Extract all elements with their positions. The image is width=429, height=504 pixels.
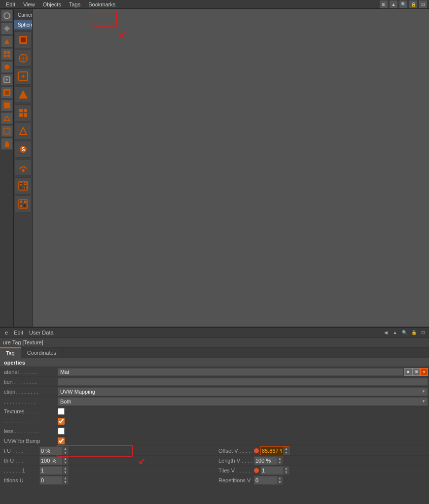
tiles-v-input[interactable]	[261, 467, 283, 474]
bottom-menu-e[interactable]: e	[2, 330, 11, 336]
prop-value-selection	[57, 378, 429, 386]
rep-v-input[interactable]	[254, 476, 277, 484]
selection-input[interactable]	[58, 378, 428, 386]
menu-tags[interactable]: Tags	[65, 1, 84, 7]
tb2-btn-8[interactable]	[15, 159, 32, 176]
offset-u-down[interactable]: ▼	[62, 451, 68, 455]
tb2-btn-3[interactable]	[15, 68, 32, 85]
side-dropdown[interactable]: Both ▼	[58, 397, 428, 406]
projection-dropdown[interactable]: UVW Mapping ▼	[58, 387, 428, 396]
prop-label-tiles: less . . . . . . . .	[0, 428, 57, 434]
tb2-btn-9[interactable]	[15, 177, 32, 194]
textures-checkbox[interactable]	[58, 408, 65, 415]
length-u-input[interactable]	[40, 457, 62, 465]
tb2-btn-2[interactable]	[15, 50, 32, 67]
mat-icon-2[interactable]: ⊞	[412, 368, 420, 376]
rep-v-down[interactable]: ▼	[277, 480, 283, 484]
tb2-btn-1[interactable]	[15, 32, 32, 48]
mat-icon-1[interactable]: ■	[404, 368, 412, 376]
offset-v-input[interactable]	[261, 447, 283, 455]
svg-text:S: S	[21, 147, 25, 152]
menu-bookmarks[interactable]: Bookmarks	[84, 1, 119, 7]
tab-tag[interactable]: Tag	[0, 347, 21, 358]
toolbar-btn-8[interactable]	[1, 100, 13, 111]
length-v-field[interactable]: ▲ ▼	[254, 456, 283, 465]
lock2-icon[interactable]: 🔒	[410, 329, 418, 336]
toolbar-btn-10[interactable]	[1, 125, 13, 137]
length-u-spinner: ▲ ▼	[62, 457, 68, 465]
tiles-u-field[interactable]: ▲ ▼	[39, 466, 69, 475]
search2-icon[interactable]: 🔍	[400, 329, 408, 336]
rep-v-field[interactable]: ▲ ▼	[254, 476, 283, 485]
offset-v-field[interactable]: ▲ ▼	[260, 446, 289, 455]
tiles-u-down[interactable]: ▼	[62, 470, 68, 474]
toolbar-btn-3[interactable]	[1, 35, 13, 47]
length-v-input[interactable]	[254, 457, 277, 465]
prop-value-projection[interactable]: UVW Mapping ▼	[57, 387, 429, 396]
toolbar-btn-11[interactable]	[1, 138, 13, 150]
offset-v-value: ▲ ▼	[254, 446, 427, 455]
expand-icon[interactable]: ⊡	[419, 329, 427, 336]
offset-v-cell: Offset V . . . . ▲ ▼	[214, 446, 429, 456]
tb2-btn-7[interactable]: S	[15, 141, 32, 158]
material-input[interactable]	[58, 368, 403, 376]
prop-value-side[interactable]: Both ▼	[57, 397, 429, 406]
toolbar-btn-2[interactable]	[1, 23, 13, 34]
offset-u-input[interactable]	[40, 447, 62, 455]
toolbar-btn-6[interactable]	[1, 74, 13, 86]
length-v-down[interactable]: ▼	[277, 461, 283, 465]
bottom-menu-edit[interactable]: Edit	[11, 330, 26, 336]
rep-u-input[interactable]	[40, 476, 62, 484]
menu-objects[interactable]: Objects	[39, 1, 65, 7]
tiles-v-field[interactable]: ▲ ▼	[260, 466, 289, 475]
tiles-checkbox[interactable]	[58, 428, 65, 435]
lock-icon[interactable]: 🔒	[409, 0, 417, 8]
offset-u-up[interactable]: ▲	[62, 447, 68, 451]
tiles-u-input[interactable]	[40, 467, 62, 474]
rep-v-label: Repetitions V	[214, 477, 254, 483]
toolbar-btn-4[interactable]	[1, 48, 13, 60]
object-row-camera[interactable]: Camera ■ ✓ ▶	[14, 10, 32, 20]
rep-v-up[interactable]: ▲	[277, 476, 283, 480]
length-u-field[interactable]: ▲ ▼	[39, 456, 69, 465]
prop-value-uvwbump	[57, 437, 429, 444]
zoom-icon[interactable]: 🔍	[399, 0, 407, 8]
grid-icon[interactable]: ⊡	[419, 0, 427, 8]
tiles-v-up[interactable]: ▲	[283, 467, 289, 470]
offset-u-field[interactable]: ▲ ▼	[39, 446, 69, 455]
arrow-up-icon[interactable]: ▲	[390, 0, 397, 8]
menu-edit[interactable]: Edit	[2, 1, 19, 7]
tab-coordinates[interactable]: Coordinates	[21, 347, 63, 358]
toolbar-btn-1[interactable]	[1, 10, 13, 22]
seamless-checkbox[interactable]	[58, 418, 65, 425]
menu-view[interactable]: View	[19, 1, 39, 7]
prop-label-uvwbump: UVW for Bump	[0, 438, 57, 444]
offset-v-up[interactable]: ▲	[283, 447, 289, 451]
rep-u-up[interactable]: ▲	[62, 476, 68, 480]
mat-icon-3[interactable]: ●	[420, 368, 428, 376]
toolbar-btn-5[interactable]	[1, 61, 13, 73]
arrow-left-icon[interactable]: ◀	[382, 329, 390, 336]
tiles-v-down[interactable]: ▼	[283, 470, 289, 474]
tb2-btn-4[interactable]	[15, 86, 32, 103]
tb2-btn-6[interactable]	[15, 123, 32, 139]
prop-label-seamless: . . . . . . . . . . .	[0, 418, 57, 424]
length-u-up[interactable]: ▲	[62, 457, 68, 461]
length-v-up[interactable]: ▲	[277, 457, 283, 461]
toolbar-btn-9[interactable]	[1, 112, 13, 124]
tiles-u-up[interactable]: ▲	[62, 467, 68, 470]
search-icon[interactable]: ⊞	[380, 0, 388, 8]
tb2-btn-10[interactable]	[15, 196, 32, 212]
object-row-sphere[interactable]: Sphere ■ ✓	[14, 20, 32, 30]
offset-v-down[interactable]: ▼	[283, 451, 289, 455]
bottom-menu-userdata[interactable]: User Data	[26, 330, 57, 336]
length-u-down[interactable]: ▼	[62, 461, 68, 465]
toolbar-btn-7[interactable]	[1, 87, 13, 99]
prop-row-tiles: less . . . . . . . .	[0, 426, 429, 436]
uvwbump-checkbox[interactable]	[58, 437, 65, 444]
rep-u-down[interactable]: ▼	[62, 480, 68, 484]
arrow-up2-icon[interactable]: ▲	[391, 329, 399, 336]
projection-value: UVW Mapping	[60, 389, 95, 395]
rep-u-field[interactable]: ▲ ▼	[39, 476, 69, 485]
tb2-btn-5[interactable]	[15, 104, 32, 121]
